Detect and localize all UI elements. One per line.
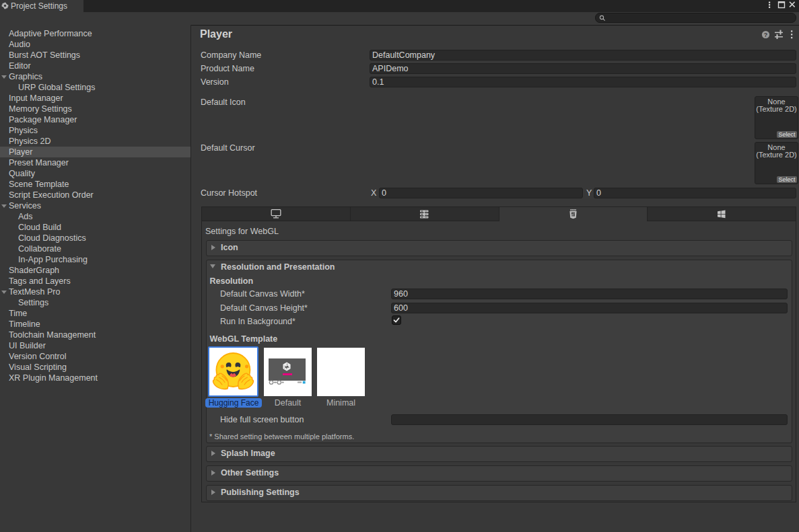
svg-text:?: ? bbox=[764, 32, 768, 38]
